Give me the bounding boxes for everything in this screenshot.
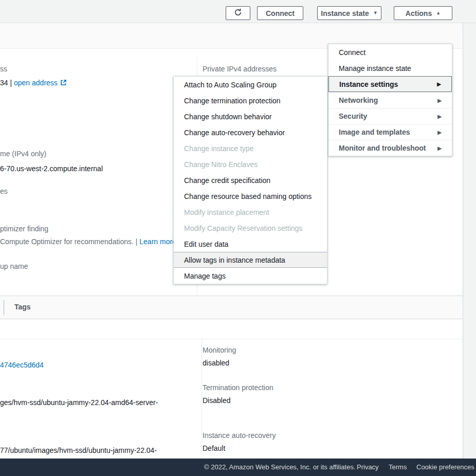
auto-recovery-value: Default <box>203 444 225 452</box>
private-ipv4-label: Private IPv4 addresses <box>203 65 277 73</box>
bottom-section-divider <box>0 339 463 339</box>
monitoring-label: Monitoring <box>203 346 236 354</box>
open-address-link[interactable]: open address <box>14 79 58 87</box>
menu-item-change-nitro-enclaves: Change Nitro Enclaves <box>174 156 327 172</box>
menu-item-edit-user-data[interactable]: Edit user data <box>174 236 327 252</box>
actions-button-label: Actions <box>406 9 432 17</box>
addresses-label-partial: es <box>0 187 8 195</box>
footer-link-privacy[interactable]: Privacy <box>357 463 379 471</box>
public-ip-label-partial: ss <box>0 65 7 73</box>
ami-location-partial: 77/ubuntu/images/hvm-ssd/ubuntu-jammy-22… <box>0 446 157 454</box>
termination-protection-label: Termination protection <box>203 383 273 392</box>
menu-item-connect[interactable]: Connect <box>328 44 452 60</box>
optimizer-finding-label-partial: ptimizer finding <box>0 225 48 233</box>
optimizer-text-partial: Compute Optimizer for recommendations. | <box>0 237 139 246</box>
footer-link-terms[interactable]: Terms <box>389 463 407 471</box>
menu-item-change-termination-protection[interactable]: Change termination protection <box>174 93 327 108</box>
ami-id-link-partial[interactable]: 4746ec5d6d4 <box>0 361 44 369</box>
ec2-console-screen: Connect Instance state ▼ Actions ▲ ss 34… <box>0 0 476 476</box>
console-footer: © 2022, Amazon Web Services, Inc. or its… <box>0 459 476 476</box>
refresh-button[interactable] <box>226 6 250 20</box>
menu-item-instance-settings[interactable]: Instance settings ▶ <box>328 76 452 92</box>
submenu-arrow-icon: ▶ <box>437 145 442 151</box>
menu-item-monitor-and-troubleshoot[interactable]: Monitor and troubleshoot ▶ <box>328 140 452 156</box>
right-gutter <box>463 23 476 459</box>
menu-item-image-and-templates[interactable]: Image and templates ▶ <box>328 124 452 140</box>
actions-button[interactable]: Actions ▲ <box>394 6 452 20</box>
menu-item-change-credit-specification[interactable]: Change credit specification <box>174 172 327 188</box>
menu-item-networking[interactable]: Networking ▶ <box>328 92 452 108</box>
menu-item-manage-tags[interactable]: Manage tags <box>174 268 327 284</box>
public-ip-partial: 34 | <box>0 79 14 87</box>
footer-link-cookie-preferences[interactable]: Cookie preferences <box>416 463 474 471</box>
menu-item-change-instance-type: Change instance type <box>174 140 327 156</box>
external-link-icon <box>60 79 67 87</box>
submenu-arrow-icon: ▶ <box>437 81 441 87</box>
instance-state-button-label: Instance state <box>321 9 369 17</box>
footer-copyright: © 2022, Amazon Web Services, Inc. or its… <box>204 463 356 471</box>
menu-item-change-auto-recovery-behavior[interactable]: Change auto-recovery behavior <box>174 124 327 140</box>
refresh-icon <box>234 8 242 18</box>
termination-protection-value: Disabled <box>203 396 230 405</box>
connect-button[interactable]: Connect <box>257 6 303 20</box>
menu-item-modify-capacity-reservation-settings: Modify Capacity Reservation settings <box>174 220 327 236</box>
tab-separator <box>4 300 4 315</box>
bottom-column-divider <box>202 339 202 459</box>
auto-recovery-label: Instance auto-recovery <box>203 431 276 440</box>
actions-menu: Connect Manage instance state Instance s… <box>328 44 452 156</box>
menu-item-attach-to-auto-scaling-group[interactable]: Attach to Auto Scaling Group <box>174 77 327 93</box>
instance-settings-submenu: Attach to Auto Scaling Group Change term… <box>173 76 327 284</box>
detail-tabbar: Tags <box>0 296 463 319</box>
instance-state-button[interactable]: Instance state ▼ <box>317 6 381 20</box>
submenu-arrow-icon: ▶ <box>437 98 442 103</box>
caret-down-icon: ▼ <box>373 11 378 15</box>
menu-item-change-resource-based-naming-options[interactable]: Change resource based naming options <box>174 188 327 204</box>
menu-item-manage-instance-state[interactable]: Manage instance state <box>328 60 452 76</box>
menu-item-modify-instance-placement: Modify instance placement <box>174 204 327 220</box>
submenu-arrow-icon: ▶ <box>437 114 442 119</box>
public-ip-value: 34 | open address <box>0 79 67 87</box>
group-name-label-partial: up name <box>0 262 28 270</box>
menu-item-change-shutdown-behavior[interactable]: Change shutdown behavior <box>174 108 327 124</box>
monitoring-value: disabled <box>203 359 229 367</box>
submenu-arrow-icon: ▶ <box>437 130 442 135</box>
tab-tags[interactable]: Tags <box>14 303 31 311</box>
optimizer-finding-value: Compute Optimizer for recommendations. |… <box>0 237 176 246</box>
learn-more-link[interactable]: Learn more <box>139 237 176 246</box>
ami-name-partial: ges/hvm-ssd/ubuntu-jammy-22.04-amd64-ser… <box>0 398 158 407</box>
menu-item-security[interactable]: Security ▶ <box>328 108 452 124</box>
hostname-label-partial: me (IPv4 only) <box>0 150 46 158</box>
connect-button-label: Connect <box>266 9 295 17</box>
caret-up-icon: ▲ <box>436 11 441 15</box>
menu-item-allow-tags-in-instance-metadata[interactable]: Allow tags in instance metadata <box>174 252 327 268</box>
hostname-value-partial: 6-70.us-west-2.compute.internal <box>0 164 103 173</box>
